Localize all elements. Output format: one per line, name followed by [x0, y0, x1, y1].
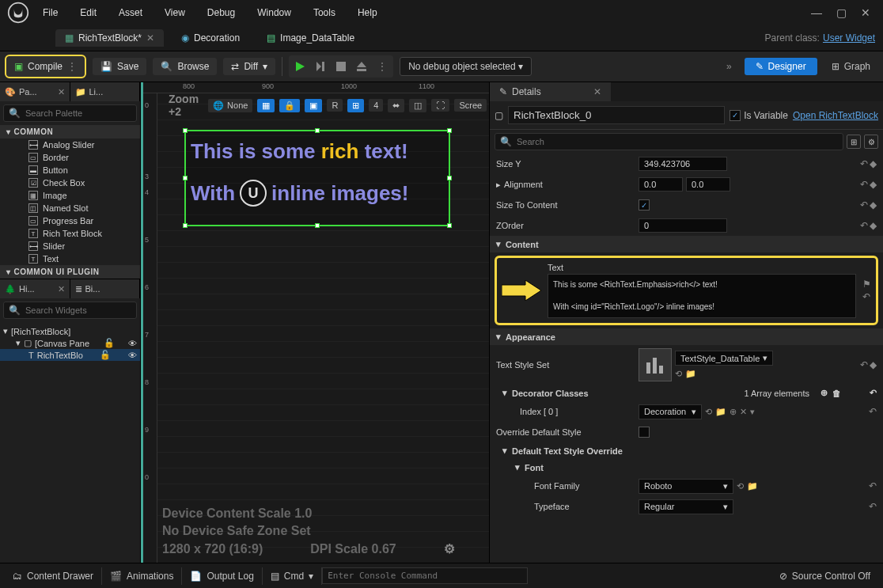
settings-icon[interactable]: ⚙ [864, 135, 878, 149]
palette-checkbox[interactable]: ☑Check Box [0, 176, 140, 189]
stop-button[interactable] [332, 57, 351, 76]
bind-tab[interactable]: ≣ Bi... [70, 279, 141, 298]
pin-icon[interactable]: ◆ [870, 220, 877, 231]
library-tab[interactable]: 📁 Li... [70, 82, 141, 101]
add-icon[interactable]: ⊕ [730, 407, 737, 417]
pin-icon[interactable]: ◆ [870, 359, 877, 370]
reset-icon[interactable]: ↶ [860, 158, 868, 169]
outline-tool[interactable]: ◫ [409, 99, 426, 112]
eye-icon[interactable]: 👁 [128, 351, 137, 360]
reset-icon[interactable]: ↶ [870, 388, 877, 398]
tab-close-icon[interactable]: ✕ [58, 284, 65, 294]
r-tool[interactable]: R [327, 99, 343, 112]
reset-icon[interactable]: ↶ [862, 291, 871, 302]
grid-size[interactable]: 4 [369, 99, 383, 112]
details-tab[interactable]: ✎ Details ✕ [490, 82, 611, 101]
content-drawer-button[interactable]: 🗂 Content Drawer [5, 567, 102, 585]
debug-object-combo[interactable]: No debug object selected ▾ [400, 57, 532, 76]
size-y-input[interactable] [639, 157, 727, 171]
use-icon[interactable]: ⟲ [705, 407, 712, 417]
chevron-right-icon[interactable]: ▸ [496, 180, 501, 190]
menu-tools[interactable]: Tools [302, 4, 347, 21]
compile-button[interactable]: ▣ Compile ⋮ [5, 55, 86, 78]
parent-class-link[interactable]: User Widget [823, 32, 883, 44]
content-section[interactable]: ▾Content [490, 236, 883, 252]
tab-richtextblock[interactable]: ▦ RichTextBlock* ✕ [55, 29, 164, 47]
maximize-icon[interactable]: ▢ [836, 6, 847, 19]
eject-button[interactable] [352, 57, 371, 76]
reset-icon[interactable]: ↶ [860, 199, 868, 211]
override-checkbox[interactable] [639, 427, 650, 438]
asset-thumbnail[interactable] [639, 348, 672, 381]
hierarchy-search-input[interactable] [25, 305, 135, 315]
palette-slider[interactable]: ⟷Slider [0, 240, 140, 252]
minimize-icon[interactable]: — [811, 6, 822, 19]
widget-name-input[interactable] [508, 106, 725, 124]
palette-search-input[interactable] [25, 108, 135, 118]
localization-button[interactable]: 🌐None [208, 99, 252, 112]
menu-debug[interactable]: Debug [196, 4, 246, 21]
browse-asset-icon[interactable]: 📁 [685, 369, 696, 379]
decorator-section[interactable]: ▾Decorator Classes 1 Array elements ⊕ 🗑 … [490, 385, 883, 401]
flag-icon[interactable]: ⚑ [862, 279, 871, 290]
decorator-combo[interactable]: Decoration▾ [639, 404, 702, 419]
layout-tool-1[interactable]: ▦ [257, 99, 275, 112]
tab-close-icon[interactable]: ✕ [58, 87, 65, 97]
output-log-button[interactable]: 📄 Output Log [182, 567, 262, 585]
typeface-combo[interactable]: Regular▾ [639, 499, 733, 514]
palette-button[interactable]: ▬Button [0, 164, 140, 176]
selected-widget[interactable]: This is some rich text! With U inline im… [184, 130, 450, 226]
clear-icon[interactable]: ✕ [740, 407, 747, 417]
chevron-down-icon[interactable]: ▾ [263, 61, 267, 72]
browse-icon[interactable]: 📁 [715, 407, 726, 417]
tree-canvas[interactable]: ▾▢[Canvas Pane🔓👁 [0, 337, 140, 349]
default-style-section[interactable]: ▾Default Text Style Override [490, 442, 883, 459]
animations-button[interactable]: 🎬 Animations [102, 567, 182, 585]
appearance-section[interactable]: ▾Appearance [490, 328, 883, 345]
menu-file[interactable]: File [32, 4, 69, 21]
eye-icon[interactable]: 👁 [128, 339, 137, 348]
layout-tool-2[interactable]: ▣ [305, 99, 322, 112]
menu-window[interactable]: Window [246, 4, 302, 21]
overflow-icon[interactable]: » [720, 61, 738, 72]
use-icon[interactable]: ⟲ [737, 481, 744, 491]
alignment-y-input[interactable] [686, 177, 730, 192]
tree-root[interactable]: ▾[RichTextBlock] [0, 325, 140, 337]
reset-icon[interactable]: ↶ [869, 406, 877, 417]
palette-progress-bar[interactable]: ▭Progress Bar [0, 214, 140, 227]
cmd-button[interactable]: ▤ Cmd ▾ [263, 567, 322, 585]
tab-close-icon[interactable]: ✕ [593, 86, 601, 97]
pin-icon[interactable]: ◆ [870, 179, 877, 190]
font-section[interactable]: ▾Font [490, 459, 883, 476]
palette-image[interactable]: ▦Image [0, 189, 140, 202]
lock-icon[interactable]: 🔓 [100, 350, 111, 360]
open-class-link[interactable]: Open RichTextBlock [793, 110, 878, 121]
palette-tab[interactable]: 🎨 Pa... ✕ [0, 82, 70, 101]
browse-icon[interactable]: 📁 [747, 481, 758, 491]
palette-analog-slider[interactable]: ⟷Analog Slider [0, 138, 140, 151]
console-input[interactable] [322, 567, 528, 584]
palette-rich-text-block[interactable]: TRich Text Block [0, 227, 140, 240]
snap-tool[interactable]: ⬌ [388, 99, 404, 112]
tab-close-icon[interactable]: ✕ [146, 32, 154, 44]
reset-icon[interactable]: ↶ [869, 480, 877, 491]
menu-edit[interactable]: Edit [69, 4, 108, 21]
lock-tool[interactable]: 🔒 [279, 99, 300, 112]
menu-view[interactable]: View [153, 4, 196, 21]
grid-tool[interactable]: ⊞ [347, 99, 364, 112]
reset-icon[interactable]: ↶ [860, 359, 868, 370]
graph-button[interactable]: ⊞ Graph [824, 58, 878, 75]
reset-icon[interactable]: ↶ [860, 179, 868, 190]
pin-icon[interactable]: ◆ [870, 199, 877, 211]
lock-icon[interactable]: 🔓 [104, 338, 115, 348]
trash-icon[interactable]: 🗑 [832, 389, 841, 398]
alignment-x-input[interactable] [639, 177, 683, 192]
category-common[interactable]: ▾COMMON [0, 125, 140, 138]
tab-datatable[interactable]: ▤ Image_DataTable [257, 29, 364, 47]
dropdown-icon[interactable]: ⋮ [67, 61, 77, 72]
browse-button[interactable]: 🔍 Browse [153, 58, 217, 75]
screen-combo[interactable]: Scree [454, 99, 487, 112]
hierarchy-tab[interactable]: 🌲 Hi... ✕ [0, 279, 70, 298]
reset-icon[interactable]: ↶ [860, 220, 868, 231]
filter-icon[interactable]: ⊞ [847, 135, 861, 149]
